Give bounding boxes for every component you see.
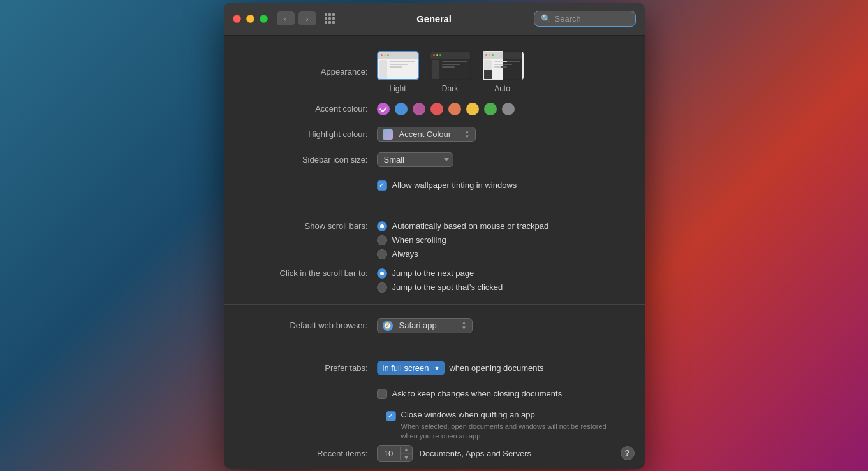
ask-changes-row: Ask to keep changes when closing documen… [249,384,619,403]
recent-items-value: 10 [378,447,401,460]
accent-yellow[interactable] [484,103,497,115]
scroll-jump-spot-option[interactable]: Jump to the spot that's clicked [377,282,503,293]
prefer-tabs-select[interactable]: in full screen ▼ [377,361,446,375]
highlight-colour-value: Accent Colour [397,129,461,139]
scroll-bars-options: Automatically based on mouse or trackpad… [377,221,549,259]
search-bar[interactable]: 🔍 [534,11,636,27]
default-browser-row: Default web browser: 🧭 Safari.app ▲ ▼ [249,316,619,335]
search-input[interactable] [555,14,629,24]
nav-buttons: ‹ › [277,11,316,25]
scroll-bars-label: Show scroll bars: [249,221,377,231]
sidebar-icon-size-label: Sidebar icon size: [249,155,377,164]
wallpaper-tinting-row: ✓ Allow wallpaper tinting in windows [249,176,619,195]
titlebar: ‹ › General 🔍 [224,3,645,36]
ask-changes-checkbox[interactable] [377,389,387,399]
help-button[interactable]: ? [621,446,635,460]
back-button[interactable]: ‹ [277,11,295,25]
close-windows-note: When selected, open documents and window… [401,422,619,442]
highlight-colour-select[interactable]: Accent Colour ▲ ▼ [377,127,476,142]
sidebar-icon-size-select[interactable]: Small Medium Large [377,152,453,167]
wallpaper-tinting-checkbox[interactable]: ✓ [377,180,387,191]
recent-items-text: Documents, Apps and Servers [419,449,531,458]
ask-changes-label[interactable]: Ask to keep changes when closing documen… [392,389,563,398]
prefer-tabs-label: Prefer tabs: [249,363,377,373]
default-browser-value: Safari.app [397,321,458,330]
browser-select-arrows: ▲ ▼ [462,321,467,331]
highlight-colour-row: Highlight colour: Accent Colour ▲ ▼ [249,125,619,144]
appearance-label: Appearance: [249,67,377,76]
appearance-row: Appearance: [249,51,619,93]
appearance-light[interactable]: Light [377,51,419,93]
appearance-dark-label: Dark [442,84,458,93]
accent-orange[interactable] [466,103,479,115]
accent-purple[interactable] [413,103,425,115]
scroll-auto-label: Automatically based on mouse or trackpad [392,221,549,231]
scroll-bars-row: Show scroll bars: Automatically based on… [249,219,619,259]
accent-blue[interactable] [395,103,408,115]
forward-button[interactable]: › [298,11,316,25]
accent-colours [377,103,515,115]
scroll-click-options: Jump to the next page Jump to the spot t… [377,268,503,293]
accent-colour-label: Accent colour: [249,104,377,113]
close-windows-checkmark: ✓ [388,412,394,419]
recent-items-row: Recent items: 10 ▲ ▼ Documents, Apps and… [249,444,619,463]
scroll-auto-option[interactable]: Automatically based on mouse or trackpad [377,221,549,231]
prefer-tabs-value: in full screen [383,363,429,373]
close-windows-row: ✓ Close windows when quitting an app Whe… [386,410,619,442]
prefer-tabs-control: in full screen ▼ when opening documents [377,361,544,375]
appearance-light-thumb [377,51,419,80]
browser-section: Default web browser: 🧭 Safari.app ▲ ▼ [224,316,645,335]
scroll-always-radio[interactable] [377,249,387,259]
close-button[interactable] [233,15,241,23]
close-windows-label[interactable]: Close windows when quitting an app [401,410,619,419]
stepper-up[interactable]: ▲ [401,446,413,454]
default-browser-label: Default web browser: [249,321,377,330]
appearance-light-label: Light [389,84,406,93]
highlight-colour-dot [383,129,393,140]
recent-items-stepper[interactable]: 10 ▲ ▼ [377,445,413,462]
recent-items-label: Recent items: [249,449,377,458]
appearance-auto[interactable]: Auto [482,51,524,93]
appearance-auto-label: Auto [494,84,510,93]
sidebar-icon-size-row: Sidebar icon size: Small Medium Large [249,150,619,170]
safari-icon: 🧭 [383,321,393,331]
traffic-lights [233,15,268,23]
scroll-always-option[interactable]: Always [377,249,549,259]
accent-multicolor[interactable] [377,103,390,115]
section-divider-2 [224,304,645,305]
stepper-down[interactable]: ▼ [401,454,413,461]
scroll-jump-page-option[interactable]: Jump to the next page [377,268,503,279]
scroll-click-row: Click in the scroll bar to: Jump to the … [249,266,619,293]
wallpaper-tinting-label[interactable]: Allow wallpaper tinting in windows [392,180,517,190]
accent-green[interactable] [502,103,515,115]
scroll-jump-spot-radio[interactable] [377,282,387,293]
scroll-jump-spot-label: Jump to the spot that's clicked [392,282,503,292]
grid-icon [325,13,335,24]
scroll-when-scrolling-radio[interactable] [377,235,387,245]
prefer-tabs-row: Prefer tabs: in full screen ▼ when openi… [249,359,619,378]
highlight-colour-label: Highlight colour: [249,129,377,139]
prefer-tabs-when-text: when opening documents [449,363,543,373]
scroll-auto-radio[interactable] [377,221,387,231]
appearance-options: Light [377,51,619,93]
minimize-button[interactable] [246,15,254,23]
close-windows-checkbox[interactable]: ✓ [386,411,396,421]
section-divider-3 [224,347,645,347]
grid-menu-button[interactable] [323,11,337,25]
tabs-section: Prefer tabs: in full screen ▼ when openi… [224,359,645,469]
scroll-always-label: Always [392,249,418,259]
accent-red[interactable] [448,103,461,115]
stepper-arrows: ▲ ▼ [401,446,413,461]
appearance-dark[interactable]: Dark [429,51,471,93]
default-browser-select[interactable]: 🧭 Safari.app ▲ ▼ [377,318,473,333]
appearance-section: Appearance: [224,51,645,195]
scroll-click-label: Click in the scroll bar to: [249,268,377,278]
maximize-button[interactable] [260,15,268,23]
accent-pink[interactable] [430,103,443,115]
accent-colour-row: Accent colour: [249,99,619,119]
settings-content: Appearance: [224,36,645,469]
scroll-jump-page-radio[interactable] [377,268,387,279]
scroll-when-scrolling-option[interactable]: When scrolling [377,235,549,245]
appearance-auto-thumb [482,51,524,80]
search-icon: 🔍 [541,14,551,24]
